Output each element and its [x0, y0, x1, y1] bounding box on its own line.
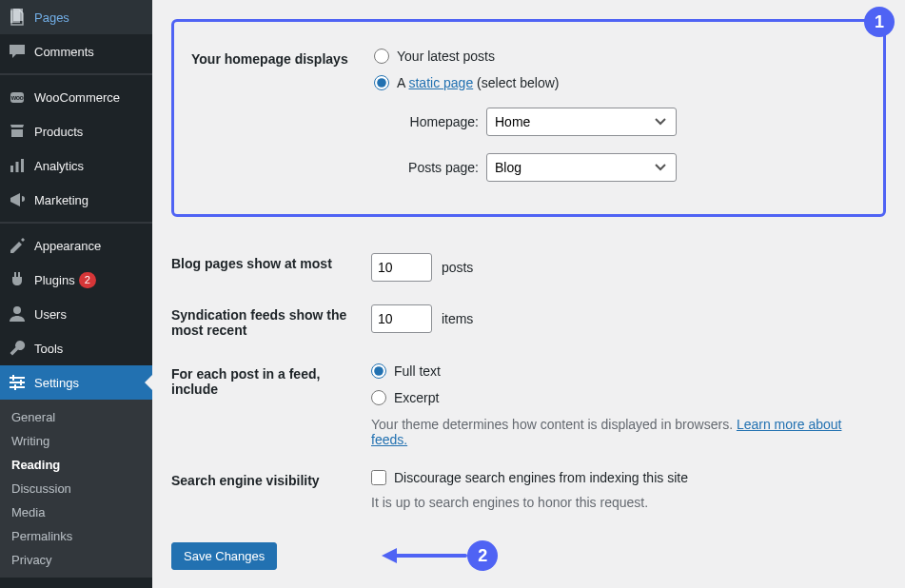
svg-point-5 — [13, 306, 21, 314]
pages-icon — [8, 8, 27, 27]
sidebar-item-label: Settings — [34, 376, 79, 390]
sidebar-item-analytics[interactable]: Analytics — [0, 148, 152, 183]
submenu-writing[interactable]: Writing — [0, 429, 152, 453]
radio-excerpt[interactable] — [371, 390, 386, 405]
plugins-icon — [8, 270, 27, 289]
sidebar-item-label: Products — [34, 125, 83, 139]
svg-rect-8 — [10, 386, 25, 388]
update-badge: 2 — [79, 272, 96, 288]
svg-rect-4 — [21, 159, 24, 172]
submenu-reading[interactable]: Reading — [0, 453, 152, 477]
appearance-icon — [8, 236, 27, 255]
sidebar-item-label: Comments — [34, 45, 94, 59]
settings-submenu: General Writing Reading Discussion Media… — [0, 400, 152, 578]
sidebar-item-label: Tools — [34, 342, 63, 356]
svg-rect-9 — [12, 375, 14, 381]
homepage-highlight: 1 Your homepage displays Your latest pos… — [171, 19, 886, 217]
menu-separator — [0, 73, 152, 75]
input-posts-per-page[interactable] — [371, 253, 432, 282]
sidebar-item-tools[interactable]: Tools — [0, 331, 152, 365]
settings-icon — [8, 373, 27, 392]
sidebar-item-label: Analytics — [34, 159, 84, 173]
radio-static-page[interactable] — [374, 75, 389, 90]
sidebar-item-products[interactable]: Products — [0, 114, 152, 148]
svg-rect-10 — [20, 380, 22, 385]
search-heading: Search engine visibility — [171, 459, 362, 521]
sidebar-item-woocommerce[interactable]: woo WooCommerce — [0, 80, 152, 114]
label-homepage: Homepage: — [397, 114, 479, 129]
marketing-icon — [8, 190, 27, 209]
label-full-text: Full text — [394, 363, 441, 379]
svg-marker-13 — [382, 548, 397, 563]
submenu-permalinks[interactable]: Permalinks — [0, 524, 152, 548]
label-posts-page: Posts page: — [397, 160, 479, 175]
submenu-media[interactable]: Media — [0, 500, 152, 524]
save-button[interactable]: Save Changes — [171, 542, 277, 570]
settings-content: 1 Your homepage displays Your latest pos… — [152, 0, 905, 588]
label-latest-posts: Your latest posts — [397, 49, 495, 64]
svg-rect-2 — [10, 166, 13, 172]
sidebar-item-label: Appearance — [34, 239, 101, 253]
submenu-general[interactable]: General — [0, 405, 152, 429]
svg-rect-3 — [16, 162, 19, 172]
svg-rect-7 — [10, 382, 25, 383]
callout-2: 2 — [467, 540, 498, 571]
sidebar-item-marketing[interactable]: Marketing — [0, 183, 152, 217]
label-posts: posts — [442, 260, 473, 275]
radio-latest-posts[interactable] — [374, 49, 389, 64]
sidebar-item-users[interactable]: Users — [0, 297, 152, 331]
blog-pages-heading: Blog pages show at most — [171, 242, 362, 293]
sidebar-item-label: Marketing — [34, 193, 89, 207]
comments-icon — [8, 42, 27, 61]
menu-separator — [0, 222, 152, 224]
feed-heading: For each post in a feed, include — [171, 352, 362, 459]
arrow-icon — [382, 544, 467, 567]
svg-rect-6 — [10, 377, 25, 379]
sidebar-item-plugins[interactable]: Plugins 2 — [0, 263, 152, 297]
sidebar-item-comments[interactable]: Comments — [0, 34, 152, 69]
search-note: It is up to search engines to honor this… — [371, 495, 876, 510]
select-posts-page[interactable]: Blog — [486, 153, 677, 182]
woo-icon: woo — [8, 88, 27, 107]
users-icon — [8, 304, 27, 323]
products-icon — [8, 122, 27, 141]
link-static-page[interactable]: static page — [408, 75, 473, 90]
radio-full-text[interactable] — [371, 363, 386, 379]
submenu-discussion[interactable]: Discussion — [0, 477, 152, 500]
checkbox-discourage-search[interactable] — [371, 470, 386, 485]
svg-rect-11 — [14, 384, 16, 390]
label-excerpt: Excerpt — [394, 390, 439, 405]
admin-sidebar: Pages Comments woo WooCommerce Products … — [0, 0, 152, 588]
feed-description: Your theme determines how content is dis… — [371, 417, 876, 447]
sidebar-item-label: Plugins — [34, 273, 75, 287]
svg-rect-1 — [13, 9, 23, 21]
submenu-privacy[interactable]: Privacy — [0, 548, 152, 572]
syndication-heading: Syndication feeds show the most recent — [171, 293, 362, 352]
label-static-page: A static page (select below) — [397, 75, 559, 90]
input-syndication-items[interactable] — [371, 304, 432, 333]
label-items: items — [442, 311, 473, 326]
label-discourage: Discourage search engines from indexing … — [394, 470, 688, 485]
callout-1: 1 — [864, 7, 895, 37]
analytics-icon — [8, 156, 27, 175]
sidebar-item-pages[interactable]: Pages — [0, 0, 152, 34]
sidebar-item-label: Users — [34, 307, 67, 322]
sidebar-item-appearance[interactable]: Appearance — [0, 228, 152, 263]
sidebar-item-label: WooCommerce — [34, 90, 120, 105]
homepage-heading: Your homepage displays — [174, 37, 364, 193]
callout-arrow: 2 — [382, 540, 498, 571]
sidebar-item-settings[interactable]: Settings — [0, 365, 152, 400]
select-homepage[interactable]: Home — [486, 108, 677, 136]
sidebar-item-label: Pages — [34, 10, 69, 25]
tools-icon — [8, 339, 27, 358]
